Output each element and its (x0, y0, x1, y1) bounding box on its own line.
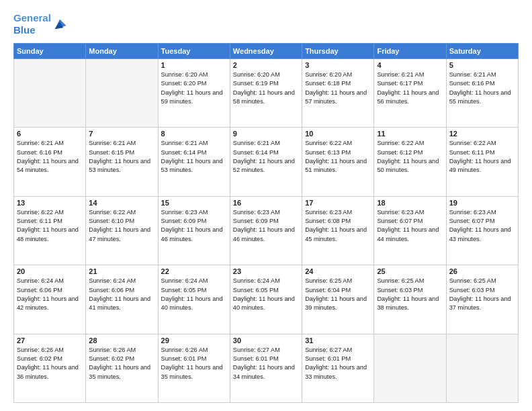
weekday-header-row: SundayMondayTuesdayWednesdayThursdayFrid… (14, 44, 519, 59)
cell-info: Sunrise: 6:25 AM Sunset: 6:03 PM Dayligh… (449, 277, 515, 312)
day-number: 24 (305, 267, 371, 275)
cell-info: Sunrise: 6:23 AM Sunset: 6:09 PM Dayligh… (233, 208, 299, 244)
cell-info: Sunrise: 6:22 AM Sunset: 6:12 PM Dayligh… (377, 139, 443, 175)
cell-info: Sunrise: 6:21 AM Sunset: 6:14 PM Dayligh… (161, 139, 227, 175)
calendar-cell: 20Sunrise: 6:24 AM Sunset: 6:06 PM Dayli… (14, 265, 86, 334)
calendar-cell: 14Sunrise: 6:22 AM Sunset: 6:10 PM Dayli… (86, 196, 158, 265)
weekday-header-cell: Friday (374, 44, 446, 59)
calendar-cell: 28Sunrise: 6:26 AM Sunset: 6:02 PM Dayli… (86, 334, 158, 402)
calendar-cell: 22Sunrise: 6:24 AM Sunset: 6:05 PM Dayli… (158, 265, 230, 334)
cell-info: Sunrise: 6:27 AM Sunset: 6:01 PM Dayligh… (233, 346, 299, 381)
calendar-week-row: 27Sunrise: 6:26 AM Sunset: 6:02 PM Dayli… (14, 334, 519, 402)
cell-info: Sunrise: 6:21 AM Sunset: 6:15 PM Dayligh… (89, 139, 154, 175)
cell-info: Sunrise: 6:21 AM Sunset: 6:17 PM Dayligh… (377, 71, 443, 106)
calendar-cell: 13Sunrise: 6:22 AM Sunset: 6:11 PM Dayli… (14, 196, 86, 265)
calendar-cell (446, 334, 518, 402)
calendar-body: 1Sunrise: 6:20 AM Sunset: 6:20 PM Daylig… (14, 59, 519, 403)
weekday-header-cell: Wednesday (230, 44, 302, 59)
cell-info: Sunrise: 6:20 AM Sunset: 6:19 PM Dayligh… (233, 71, 299, 106)
calendar-cell: 29Sunrise: 6:26 AM Sunset: 6:01 PM Dayli… (158, 334, 230, 402)
weekday-header-cell: Monday (86, 44, 158, 59)
calendar-cell: 17Sunrise: 6:23 AM Sunset: 6:08 PM Dayli… (302, 196, 374, 265)
calendar-cell: 15Sunrise: 6:23 AM Sunset: 6:09 PM Dayli… (158, 196, 230, 265)
day-number: 15 (161, 199, 227, 207)
day-number: 27 (17, 336, 83, 345)
day-number: 12 (449, 130, 515, 138)
day-number: 10 (305, 130, 371, 138)
cell-info: Sunrise: 6:26 AM Sunset: 6:01 PM Dayligh… (161, 346, 227, 381)
day-number: 25 (377, 267, 443, 275)
day-number: 1 (161, 61, 227, 69)
weekday-header-cell: Saturday (446, 44, 518, 59)
cell-info: Sunrise: 6:23 AM Sunset: 6:08 PM Dayligh… (305, 208, 371, 244)
calendar-cell: 27Sunrise: 6:26 AM Sunset: 6:02 PM Dayli… (14, 334, 86, 402)
logo-general: General (13, 12, 51, 24)
calendar-week-row: 6Sunrise: 6:21 AM Sunset: 6:16 PM Daylig… (14, 128, 519, 196)
calendar-cell: 23Sunrise: 6:24 AM Sunset: 6:05 PM Dayli… (230, 265, 302, 334)
calendar-cell: 3Sunrise: 6:20 AM Sunset: 6:18 PM Daylig… (302, 59, 374, 128)
day-number: 4 (377, 61, 443, 69)
cell-info: Sunrise: 6:27 AM Sunset: 6:01 PM Dayligh… (305, 346, 371, 381)
cell-info: Sunrise: 6:20 AM Sunset: 6:20 PM Dayligh… (161, 71, 227, 106)
calendar-cell: 19Sunrise: 6:23 AM Sunset: 6:07 PM Dayli… (446, 196, 518, 265)
calendar-cell: 30Sunrise: 6:27 AM Sunset: 6:01 PM Dayli… (230, 334, 302, 402)
day-number: 8 (161, 130, 227, 138)
cell-info: Sunrise: 6:24 AM Sunset: 6:05 PM Dayligh… (233, 277, 299, 312)
day-number: 6 (17, 130, 83, 138)
calendar-week-row: 1Sunrise: 6:20 AM Sunset: 6:20 PM Daylig… (14, 59, 519, 128)
calendar-cell: 24Sunrise: 6:25 AM Sunset: 6:04 PM Dayli… (302, 265, 374, 334)
calendar-cell: 7Sunrise: 6:21 AM Sunset: 6:15 PM Daylig… (86, 128, 158, 196)
cell-info: Sunrise: 6:26 AM Sunset: 6:02 PM Dayligh… (17, 346, 83, 381)
day-number: 5 (449, 61, 515, 69)
cell-info: Sunrise: 6:22 AM Sunset: 6:11 PM Dayligh… (17, 208, 83, 244)
calendar-cell: 16Sunrise: 6:23 AM Sunset: 6:09 PM Dayli… (230, 196, 302, 265)
calendar-cell (14, 59, 86, 128)
calendar-cell: 8Sunrise: 6:21 AM Sunset: 6:14 PM Daylig… (158, 128, 230, 196)
day-number: 13 (17, 199, 83, 207)
day-number: 31 (305, 336, 371, 345)
calendar-cell: 25Sunrise: 6:25 AM Sunset: 6:03 PM Dayli… (374, 265, 446, 334)
calendar-cell: 31Sunrise: 6:27 AM Sunset: 6:01 PM Dayli… (302, 334, 374, 402)
weekday-header-cell: Tuesday (158, 44, 230, 59)
day-number: 9 (233, 130, 299, 138)
calendar-cell (374, 334, 446, 402)
calendar-cell: 5Sunrise: 6:21 AM Sunset: 6:16 PM Daylig… (446, 59, 518, 128)
logo-icon (52, 17, 67, 32)
calendar-cell: 9Sunrise: 6:21 AM Sunset: 6:14 PM Daylig… (230, 128, 302, 196)
calendar-table: SundayMondayTuesdayWednesdayThursdayFrid… (13, 43, 519, 403)
cell-info: Sunrise: 6:23 AM Sunset: 6:07 PM Dayligh… (377, 208, 443, 244)
calendar-cell: 21Sunrise: 6:24 AM Sunset: 6:06 PM Dayli… (86, 265, 158, 334)
logo-text: General Blue (13, 12, 51, 36)
day-number: 3 (305, 61, 371, 69)
cell-info: Sunrise: 6:22 AM Sunset: 6:11 PM Dayligh… (449, 139, 515, 175)
cell-info: Sunrise: 6:25 AM Sunset: 6:03 PM Dayligh… (377, 277, 443, 312)
day-number: 7 (89, 130, 154, 138)
cell-info: Sunrise: 6:24 AM Sunset: 6:05 PM Dayligh… (161, 277, 227, 312)
calendar-cell: 2Sunrise: 6:20 AM Sunset: 6:19 PM Daylig… (230, 59, 302, 128)
cell-info: Sunrise: 6:21 AM Sunset: 6:16 PM Dayligh… (449, 71, 515, 106)
day-number: 20 (17, 267, 83, 275)
cell-info: Sunrise: 6:20 AM Sunset: 6:18 PM Dayligh… (305, 71, 371, 106)
calendar-cell: 26Sunrise: 6:25 AM Sunset: 6:03 PM Dayli… (446, 265, 518, 334)
day-number: 28 (89, 336, 154, 345)
header: General Blue (13, 12, 519, 36)
cell-info: Sunrise: 6:26 AM Sunset: 6:02 PM Dayligh… (89, 346, 154, 381)
day-number: 22 (161, 267, 227, 275)
cell-info: Sunrise: 6:24 AM Sunset: 6:06 PM Dayligh… (17, 277, 83, 312)
cell-info: Sunrise: 6:24 AM Sunset: 6:06 PM Dayligh… (89, 277, 154, 312)
day-number: 29 (161, 336, 227, 345)
logo: General Blue (13, 12, 67, 36)
day-number: 18 (377, 199, 443, 207)
logo-blue: Blue (13, 24, 36, 36)
day-number: 16 (233, 199, 299, 207)
cell-info: Sunrise: 6:23 AM Sunset: 6:09 PM Dayligh… (161, 208, 227, 244)
cell-info: Sunrise: 6:22 AM Sunset: 6:13 PM Dayligh… (305, 139, 371, 175)
page: General Blue SundayMondayTuesdayWednesda… (0, 0, 532, 411)
calendar-cell: 6Sunrise: 6:21 AM Sunset: 6:16 PM Daylig… (14, 128, 86, 196)
calendar-week-row: 13Sunrise: 6:22 AM Sunset: 6:11 PM Dayli… (14, 196, 519, 265)
day-number: 19 (449, 199, 515, 207)
calendar-cell: 18Sunrise: 6:23 AM Sunset: 6:07 PM Dayli… (374, 196, 446, 265)
day-number: 21 (89, 267, 154, 275)
day-number: 2 (233, 61, 299, 69)
cell-info: Sunrise: 6:23 AM Sunset: 6:07 PM Dayligh… (449, 208, 515, 244)
